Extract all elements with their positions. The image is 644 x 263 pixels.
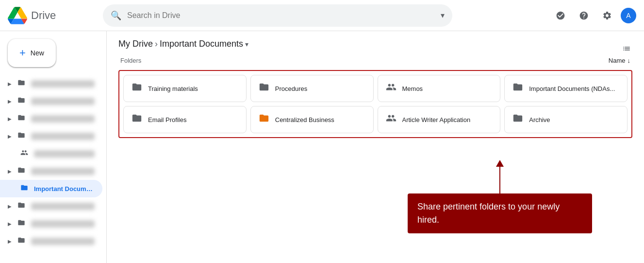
layout: + New ▶ blurred text ▶ blurred text ▶ bl… [0,31,644,263]
chevron-right-icon-8: ▶ [8,221,12,227]
sidebar-item-important-documents[interactable]: Important Documents [0,180,102,197]
list-view-icon [622,44,631,53]
sidebar-item-8[interactable]: ▶ blurred text [0,215,102,232]
search-input[interactable] [127,11,435,20]
folder-card-centralized[interactable]: Centralized Business [250,106,374,133]
folder-icon-6 [17,166,25,176]
list-view-button[interactable] [617,39,636,58]
folders-section-label: Folders [120,57,141,64]
folder-name-memos: Memos [402,85,423,92]
folder-icon-article [386,113,396,126]
folder-name-archive: Archive [529,116,550,123]
folders-grid: Training materials Procedures Memos [123,75,627,133]
sidebar-item-text-5: blurred text [34,150,95,158]
chevron-right-icon-9: ▶ [8,239,12,244]
folder-icon-7 [17,201,25,211]
folder-card-memos[interactable]: Memos [378,75,501,102]
folder-icon-ndas [512,82,523,95]
sidebar: + New ▶ blurred text ▶ blurred text ▶ bl… [0,31,107,263]
annotation: Share pertinent folders to your newly hi… [408,160,592,233]
chevron-right-icon-7: ▶ [8,204,12,209]
settings-button[interactable] [597,6,617,25]
sidebar-item-text-8: blurred text [31,220,95,228]
sidebar-item-6[interactable]: ▶ blurred text [0,162,102,180]
new-button-label: New [31,49,44,57]
new-plus-icon: + [19,47,26,59]
chevron-right-icon-3: ▶ [8,116,12,122]
sidebar-item-1[interactable]: ▶ blurred text [0,75,102,92]
settings-icon [602,11,612,20]
breadcrumb-chevron-icon[interactable]: ▾ [245,40,248,48]
tooltip-box: Share pertinent folders to your newly hi… [408,193,592,233]
folder-icon-8 [17,219,25,228]
chevron-right-icon-2: ▶ [8,99,12,104]
folder-card-training-materials[interactable]: Training materials [123,75,247,102]
arrowhead-up [496,160,504,167]
sidebar-item-9[interactable]: ▶ blurred text [0,232,102,250]
folder-name-centralized: Centralized Business [275,116,334,123]
folder-icon-4 [17,131,25,141]
sidebar-item-3[interactable]: ▶ blurred text [0,110,102,127]
folder-icon-training [132,82,142,95]
search-icon: 🔍 [111,10,121,21]
folders-header: Folders Name ↓ [118,57,632,64]
sidebar-item-label-important-documents: Important Documents [34,185,95,193]
app-logo: Drive [8,6,95,25]
main-content: My Drive › Important Documents ▾ Folders… [107,31,644,263]
sidebar-item-text-7: blurred text [31,203,95,210]
sidebar-item-text-2: blurred text [31,98,95,105]
app-name-label: Drive [31,9,56,22]
breadcrumb: My Drive › Important Documents ▾ [118,39,632,49]
folder-card-email-profiles[interactable]: Email Profiles [123,106,247,133]
topbar-icons: A [551,6,636,25]
folders-grid-wrapper: Training materials Procedures Memos [118,70,632,138]
folder-icon-2 [17,96,25,106]
new-button[interactable]: + New [8,39,56,67]
sidebar-item-4[interactable]: ▶ blurred text [0,127,102,145]
people-icon-5 [20,149,28,158]
breadcrumb-parent-link[interactable]: My Drive [118,39,153,49]
folder-icon-procedures [259,82,269,95]
breadcrumb-current-label: Important Documents [160,39,243,49]
folder-icon-centralized [259,113,269,126]
sidebar-item-text-1: blurred text [31,80,95,88]
search-bar[interactable]: 🔍 ▾ [103,4,452,27]
folder-card-ndas[interactable]: Important Documents (NDAs... [504,75,627,102]
avatar[interactable]: A [621,8,636,23]
folder-name-training: Training materials [148,85,198,92]
sidebar-item-2[interactable]: ▶ blurred text [0,92,102,110]
arrow-shaft [499,167,500,193]
tooltip-text: Share pertinent folders to your newly hi… [417,202,560,225]
check-circle-button[interactable] [551,6,570,25]
folder-name-procedures: Procedures [275,85,307,92]
topbar: Drive 🔍 ▾ A [0,0,644,31]
sidebar-item-7[interactable]: ▶ blurred text [0,197,102,215]
sidebar-item-text-4: blurred text [31,133,95,140]
folder-card-article-writer[interactable]: Article Writer Application [378,106,501,133]
breadcrumb-separator: › [155,39,158,49]
folder-icon-3 [17,114,25,123]
folder-name-ndas: Important Documents (NDAs... [529,85,615,92]
search-dropdown-icon[interactable]: ▾ [441,11,445,20]
chevron-right-icon-6: ▶ [8,169,12,174]
folder-card-procedures[interactable]: Procedures [250,75,374,102]
sidebar-item-text-6: blurred text [31,168,95,175]
check-circle-icon [556,11,565,20]
help-button[interactable] [574,6,594,25]
sidebar-item-text-9: blurred text [31,238,95,245]
folder-card-archive[interactable]: Archive [504,106,627,133]
folder-name-article: Article Writer Application [402,116,471,123]
folder-icon-active [20,184,28,193]
arrow [496,160,504,193]
chevron-right-icon-4: ▶ [8,134,12,139]
chevron-right-icon: ▶ [8,81,12,87]
sidebar-item-5[interactable]: blurred text [0,145,102,162]
help-icon [579,11,589,20]
folder-icon-archive [512,113,523,126]
folder-icon-1 [17,79,25,88]
view-toggle-area [617,39,636,58]
sidebar-item-text-3: blurred text [31,115,95,123]
folder-name-email: Email Profiles [148,116,186,123]
folder-icon-email [132,113,142,126]
folder-icon-9 [17,236,25,246]
